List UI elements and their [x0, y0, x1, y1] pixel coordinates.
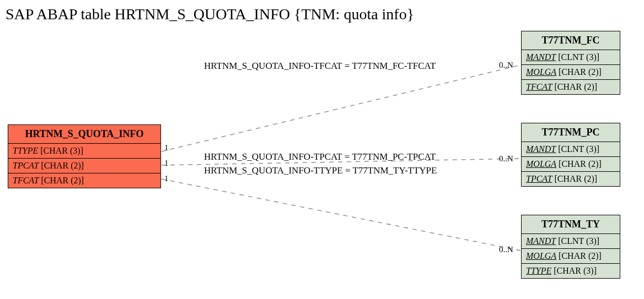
- field-type: [CHAR (3)]: [554, 266, 597, 275]
- field-name: MOLGA: [526, 67, 556, 77]
- field-name: TPCAT: [526, 174, 552, 183]
- entity-field-row: TTYPE [CHAR (3)]: [8, 144, 160, 159]
- cardinality-right-ty: 0..N: [499, 245, 513, 254]
- entity-header: T77TNM_TY: [522, 215, 620, 234]
- field-name: MANDT: [526, 144, 556, 154]
- entity-field-row: MANDT [CLNT (3)]: [522, 50, 620, 65]
- entity-field-row: TPCAT [CHAR (2)]: [522, 172, 620, 186]
- relation-label-fc: HRTNM_S_QUOTA_INFO-TFCAT = T77TNM_FC-TFC…: [204, 61, 436, 72]
- entity-field-row: TPCAT [CHAR (2)]: [8, 159, 160, 173]
- entity-field-row: MANDT [CLNT (3)]: [522, 234, 620, 249]
- diagram-stage: SAP ABAP table HRTNM_S_QUOTA_INFO {TNM: …: [0, 0, 644, 299]
- entity-hrtnm-s-quota-info: HRTNM_S_QUOTA_INFO TTYPE [CHAR (3)] TPCA…: [8, 124, 161, 188]
- field-name: MOLGA: [526, 251, 556, 260]
- cardinality-left-pc: 1: [164, 159, 169, 168]
- field-name: TPCAT: [13, 161, 39, 170]
- field-name: MANDT: [526, 52, 556, 62]
- entity-field-row: TFCAT [CHAR (2)]: [8, 173, 160, 188]
- field-type: [CHAR (2)]: [41, 176, 84, 185]
- page-title: SAP ABAP table HRTNM_S_QUOTA_INFO {TNM: …: [6, 6, 414, 23]
- field-name: TTYPE: [526, 266, 551, 275]
- field-type: [CLNT (3)]: [558, 144, 599, 154]
- field-name: TTYPE: [13, 146, 38, 155]
- field-type: [CHAR (3)]: [40, 146, 83, 155]
- entity-field-row: MOLGA [CHAR (2)]: [522, 157, 620, 172]
- field-type: [CHAR (2)]: [559, 159, 602, 168]
- entity-t77tnm-fc: T77TNM_FC MANDT [CLNT (3)] MOLGA [CHAR (…: [521, 31, 620, 95]
- entity-t77tnm-ty: T77TNM_TY MANDT [CLNT (3)] MOLGA [CHAR (…: [521, 215, 620, 279]
- field-type: [CHAR (2)]: [41, 161, 84, 170]
- entity-header: T77TNM_FC: [522, 31, 620, 50]
- field-type: [CHAR (2)]: [559, 251, 602, 260]
- entity-field-row: TFCAT [CHAR (2)]: [522, 80, 620, 94]
- svg-line-0: [162, 65, 520, 151]
- cardinality-left-ty: 1: [164, 174, 169, 183]
- cardinality-left-fc: 1: [164, 143, 169, 153]
- relation-label-ty: HRTNM_S_QUOTA_INFO-TTYPE = T77TNM_TY-TTY…: [204, 165, 437, 176]
- entity-field-row: MOLGA [CHAR (2)]: [522, 65, 620, 80]
- entity-field-row: MANDT [CLNT (3)]: [522, 142, 620, 157]
- entity-header: HRTNM_S_QUOTA_INFO: [8, 125, 160, 144]
- field-name: TFCAT: [526, 82, 552, 91]
- field-name: MOLGA: [526, 159, 556, 168]
- svg-line-2: [162, 179, 520, 251]
- field-name: TFCAT: [13, 176, 39, 185]
- field-name: MANDT: [526, 236, 556, 246]
- field-type: [CHAR (2)]: [554, 82, 597, 91]
- entity-field-row: MOLGA [CHAR (2)]: [522, 249, 620, 264]
- field-type: [CHAR (2)]: [554, 174, 597, 183]
- cardinality-right-pc: 0..N: [499, 154, 513, 164]
- cardinality-right-fc: 0..N: [499, 61, 513, 70]
- field-type: [CHAR (2)]: [559, 67, 602, 77]
- relation-label-pc: HRTNM_S_QUOTA_INFO-TPCAT = T77TNM_PC-TPC…: [204, 151, 436, 162]
- field-type: [CLNT (3)]: [558, 236, 599, 246]
- entity-header: T77TNM_PC: [522, 123, 620, 142]
- entity-field-row: TTYPE [CHAR (3)]: [522, 264, 620, 278]
- entity-t77tnm-pc: T77TNM_PC MANDT [CLNT (3)] MOLGA [CHAR (…: [521, 123, 620, 187]
- field-type: [CLNT (3)]: [558, 52, 599, 62]
